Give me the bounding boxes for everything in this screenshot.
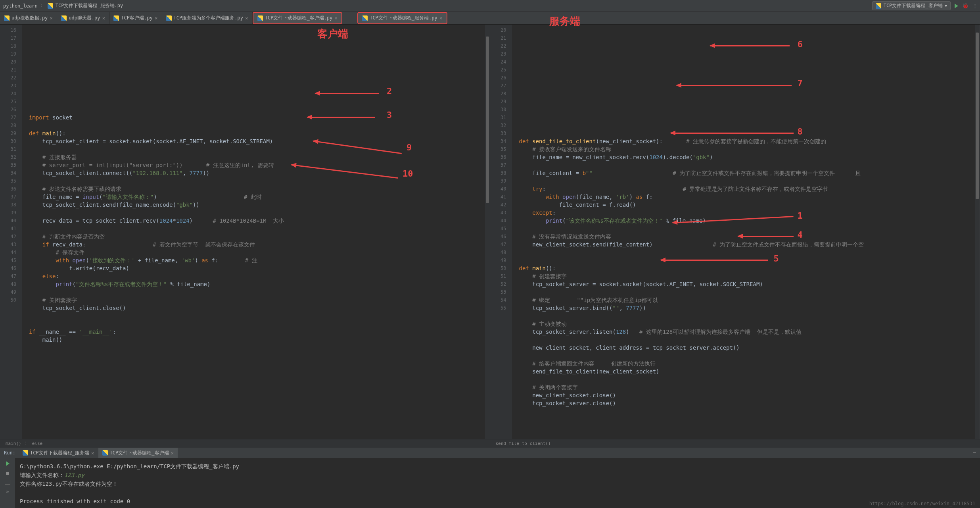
editor-tab[interactable]: TCP文件下载器编程_客户端.py× bbox=[253, 12, 342, 24]
code-line bbox=[29, 288, 481, 296]
scrollbar-right[interactable] bbox=[975, 25, 980, 439]
code-line bbox=[29, 225, 481, 233]
code-left[interactable]: 2 3 9 10 import socketdef main(): tcp_so… bbox=[22, 25, 485, 439]
close-icon[interactable]: × bbox=[334, 15, 338, 21]
python-file-icon bbox=[113, 15, 119, 21]
close-icon[interactable]: × bbox=[245, 15, 248, 21]
python-file-icon bbox=[4, 15, 10, 21]
tab-label: TCP文件下载器编程_服务端.py bbox=[370, 15, 437, 21]
code-right[interactable]: 6 7 8 1 4 5 def send_file_to_client(new_… bbox=[512, 25, 975, 439]
code-line: with open('接收到的文件：' + file_name, 'wb') a… bbox=[29, 256, 481, 264]
code-line bbox=[519, 248, 971, 256]
code-line bbox=[29, 360, 481, 368]
output-line: 文件名称123.py不存在或者文件为空！ bbox=[20, 479, 975, 488]
run-config-dropdown[interactable]: TCP文件下载器编程_客户端 ▼ bbox=[872, 1, 951, 10]
code-line bbox=[29, 177, 481, 185]
code-line: file_content = f.read() bbox=[519, 201, 971, 209]
editor-tabs-left: udp接收数据.py×udp聊天器.py×TCP客户端.py×TCP服务端为多个… bbox=[0, 12, 980, 25]
editor-tab[interactable]: TCP客户端.py× bbox=[109, 12, 162, 24]
arrow-num-2: 2 bbox=[387, 87, 392, 95]
gutter-right: 2021222324252627282930313233343536373839… bbox=[490, 25, 512, 439]
python-file-icon bbox=[876, 3, 881, 9]
arrow-num-6: 6 bbox=[798, 40, 803, 48]
code-line: # 接收客户端发送来的文件名称 bbox=[519, 145, 971, 153]
code-line bbox=[519, 161, 971, 169]
code-line: file_name = input("请输入文件名称：") # 此时 bbox=[29, 193, 481, 201]
tab-label: TCP客户端.py bbox=[121, 15, 152, 21]
run-title: Run: bbox=[4, 450, 15, 456]
editor-tab[interactable]: udp接收数据.py× bbox=[0, 12, 57, 24]
user-input: 123.py bbox=[64, 472, 84, 478]
console-icon[interactable] bbox=[5, 480, 10, 485]
code-line: # 发送文件名称需要下载的请求 bbox=[29, 185, 481, 193]
crumb-item[interactable]: main() bbox=[6, 441, 21, 446]
code-line bbox=[519, 288, 971, 296]
code-line: import socket bbox=[29, 114, 481, 121]
code-line: tcp_socket_client.send(file_name.encode(… bbox=[29, 201, 481, 209]
top-toolbar: python_learn 〉 TCP文件下载器编程_服务端.py TCP文件下载… bbox=[0, 0, 980, 12]
tab-label: TCP服务端为多个客户端服务.py bbox=[174, 15, 243, 21]
code-line: file_name = new_client_socket.recv(1024)… bbox=[519, 153, 971, 161]
code-line bbox=[29, 145, 481, 153]
code-line: tcp_socket_server.bind(("", 7777)) bbox=[519, 304, 971, 312]
settings-icon[interactable]: » bbox=[6, 489, 9, 495]
close-icon[interactable]: × bbox=[155, 15, 158, 21]
code-line bbox=[519, 415, 971, 423]
code-line bbox=[519, 312, 971, 320]
close-icon[interactable]: × bbox=[102, 15, 105, 21]
code-line: f.write(recv_data) bbox=[29, 264, 481, 272]
code-line bbox=[29, 320, 481, 328]
editor-left: 1617181920212223242526272829303132333435… bbox=[0, 25, 490, 439]
code-line: # 关闭两个套接字 bbox=[519, 383, 971, 391]
output-line: G:\python3.6.5\python.exe E:/python_lear… bbox=[20, 462, 975, 471]
editor-tab[interactable]: udp聊天器.py× bbox=[57, 12, 109, 24]
breadcrumb-project[interactable]: python_learn bbox=[3, 3, 38, 9]
close-icon[interactable]: × bbox=[50, 15, 53, 21]
annotation-client-label: 客户端 bbox=[317, 27, 348, 41]
python-file-icon bbox=[166, 15, 172, 21]
code-line: # 保存文件 bbox=[29, 248, 481, 256]
code-line bbox=[29, 344, 481, 352]
code-line: print("该文件名称%s不存在或者文件为空！" % file_name) bbox=[519, 217, 971, 225]
breadcrumb-file[interactable]: TCP文件下载器编程_服务端.py bbox=[56, 2, 123, 9]
code-line: tcp_socket_server = socket.socket(socket… bbox=[519, 280, 971, 288]
code-line bbox=[519, 336, 971, 344]
crumb-item[interactable]: else bbox=[32, 441, 43, 446]
debug-icon[interactable]: 🐞 bbox=[962, 3, 968, 9]
code-line bbox=[29, 352, 481, 360]
code-line: main() bbox=[29, 336, 481, 344]
code-line: new_client_socket, client_address = tcp_… bbox=[519, 344, 971, 352]
code-line bbox=[29, 368, 481, 375]
python-file-icon bbox=[257, 15, 263, 21]
code-line: send_file_to_client(new_client_socket) bbox=[519, 368, 971, 375]
crumb-item[interactable]: send_file_to_client() bbox=[496, 441, 551, 446]
more-icon[interactable]: ⋮ bbox=[972, 3, 977, 9]
annotation-server-label: 服务端 bbox=[549, 14, 580, 28]
arrow-num-7: 7 bbox=[798, 79, 803, 87]
code-line: tcp_socket_client.close() bbox=[29, 304, 481, 312]
output-line: 请输入文件名称： bbox=[20, 472, 64, 478]
code-line: else: bbox=[29, 272, 481, 280]
editor-tab[interactable]: TCP服务端为多个客户端服务.py× bbox=[162, 12, 253, 24]
code-line: with open(file_name, 'rb') as f: bbox=[519, 193, 971, 201]
rerun-icon[interactable] bbox=[6, 461, 10, 466]
python-file-icon bbox=[61, 15, 67, 21]
stop-icon[interactable]: ■ bbox=[6, 470, 9, 476]
code-line: tcp_socket_server.listen(128) # 这里的128可以… bbox=[519, 328, 971, 336]
code-line: if __name__ == '__main__': bbox=[29, 328, 481, 336]
code-line bbox=[519, 375, 971, 383]
scrollbar-left[interactable] bbox=[485, 25, 490, 439]
breadcrumb-separator: 〉 bbox=[40, 2, 45, 10]
watermark: https://blog.csdn.net/weixin_42118531 bbox=[869, 501, 975, 506]
code-line: except: bbox=[519, 209, 971, 217]
close-icon[interactable]: × bbox=[439, 15, 443, 21]
code-line: # 主动变被动 bbox=[519, 320, 971, 328]
code-line: file_content = b"" # 为了防止空文件或文件不存在而报错，需要… bbox=[519, 169, 971, 177]
run-output[interactable]: G:\python3.6.5\python.exe E:/python_lear… bbox=[15, 448, 980, 508]
breadcrumb: python_learn 〉 TCP文件下载器编程_服务端.py bbox=[3, 2, 123, 10]
code-line: # 连接服务器 bbox=[29, 153, 481, 161]
python-file-icon bbox=[362, 15, 368, 21]
run-icon[interactable] bbox=[955, 4, 958, 8]
tab-label: udp聊天器.py bbox=[69, 15, 100, 21]
editor-tab[interactable]: TCP文件下载器编程_服务端.py× bbox=[357, 12, 447, 24]
